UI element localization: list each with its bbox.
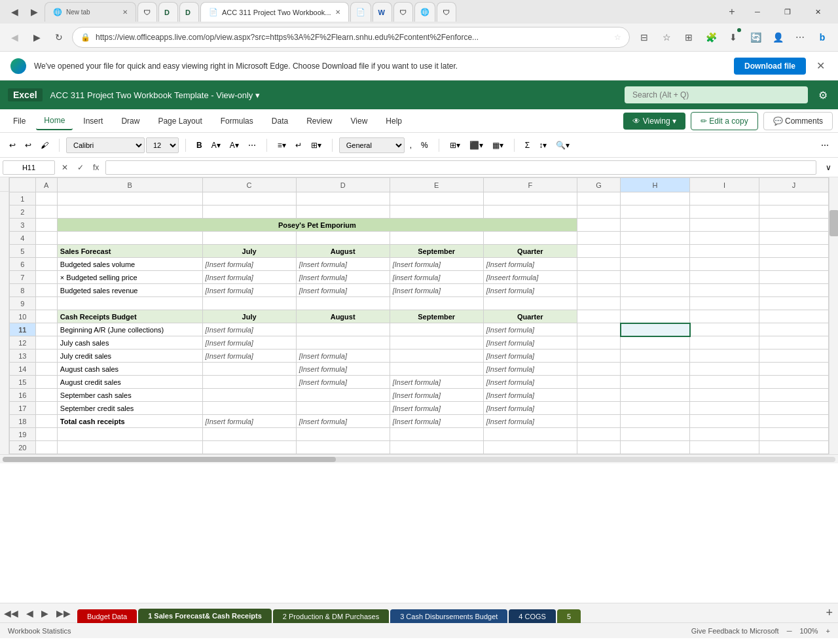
more-btn[interactable]: ⋯ — [790, 27, 811, 48]
row-12[interactable]: 12 — [10, 336, 36, 349]
col-header-i[interactable]: I — [690, 178, 759, 192]
cond-format-btn[interactable]: ⬛▾ — [465, 137, 487, 153]
cell-a11[interactable] — [35, 323, 57, 336]
cell-c20[interactable] — [202, 441, 296, 454]
cell-a2[interactable] — [35, 206, 57, 219]
cell-b11[interactable]: Beginning A/R (June collections) — [57, 323, 202, 336]
cell-g13[interactable] — [577, 349, 620, 363]
cell-a13[interactable] — [35, 349, 57, 363]
cell-d11[interactable] — [296, 323, 390, 336]
cell-h16[interactable] — [621, 389, 690, 402]
cell-d13[interactable]: [Insert formula] — [296, 349, 390, 363]
address-bar[interactable]: 🔒 https://view.officeapps.live.com/op/vi… — [72, 27, 630, 48]
cell-e16[interactable]: [Insert formula] — [390, 389, 483, 402]
cell-e7[interactable]: [insert formula] — [390, 271, 483, 284]
cell-a4[interactable] — [35, 232, 57, 245]
row-2[interactable]: 2 — [10, 206, 36, 219]
cell-c1[interactable] — [202, 192, 296, 206]
browser-tab-6[interactable]: W — [373, 2, 392, 22]
sheet-tab-budget-data[interactable]: Budget Data — [77, 609, 137, 623]
cell-i6[interactable] — [690, 258, 759, 271]
cell-h4[interactable] — [621, 232, 690, 245]
cell-d8[interactable]: [Insert formula] — [296, 284, 390, 297]
paint-btn[interactable]: 🖌 — [37, 137, 52, 153]
cell-g11[interactable] — [577, 323, 620, 336]
cell-e11[interactable] — [390, 323, 483, 336]
cell-b10[interactable]: Cash Receipts Budget — [57, 310, 202, 323]
forward-nav-btn[interactable]: ▶ — [27, 28, 46, 46]
horizontal-scrollbar[interactable] — [0, 454, 838, 463]
cell-f9[interactable] — [483, 297, 577, 310]
comma-btn[interactable]: , — [406, 137, 416, 153]
active-tab-close[interactable]: ✕ — [335, 9, 340, 16]
cell-i3[interactable] — [690, 219, 759, 232]
cell-j5[interactable] — [759, 245, 828, 258]
cell-c6[interactable]: [Insert formula] — [202, 258, 296, 271]
download-file-btn[interactable]: Download file — [734, 58, 806, 75]
number-format-select[interactable]: General — [339, 137, 405, 153]
tab-scroll-left-btn[interactable]: ◀◀ — [0, 608, 22, 618]
font-size-select[interactable]: 12 — [146, 137, 179, 153]
cell-d16[interactable] — [296, 389, 390, 402]
row-11[interactable]: 11 — [10, 323, 36, 336]
cancel-formula-btn[interactable]: ✕ — [58, 162, 72, 173]
more-format-btn[interactable]: ⋯ — [244, 137, 260, 153]
percent-btn[interactable]: % — [417, 137, 432, 153]
download-icon-btn[interactable]: ⬇ — [723, 27, 744, 48]
table-btn[interactable]: ⊞▾ — [446, 137, 464, 153]
cell-c16[interactable] — [202, 389, 296, 402]
cell-f7[interactable]: [Inseert formula] — [483, 271, 577, 284]
row-10[interactable]: 10 — [10, 310, 36, 323]
cell-i9[interactable] — [690, 297, 759, 310]
cell-d19[interactable] — [296, 428, 390, 441]
row-18[interactable]: 18 — [10, 415, 36, 428]
cell-f10[interactable]: Quarter — [483, 310, 577, 323]
zoom-plus[interactable]: + — [826, 627, 830, 635]
cell-j19[interactable] — [759, 428, 828, 441]
cell-e15[interactable]: [Insert formula] — [390, 376, 483, 389]
star-icon[interactable]: ☆ — [614, 33, 621, 42]
cell-c9[interactable] — [202, 297, 296, 310]
align-btn[interactable]: ≡▾ — [274, 137, 290, 153]
cell-f20[interactable] — [483, 441, 577, 454]
cell-j7[interactable] — [759, 271, 828, 284]
browser-tab-4[interactable]: D — [179, 2, 199, 22]
cell-c2[interactable] — [202, 206, 296, 219]
cell-a12[interactable] — [35, 336, 57, 349]
menu-help[interactable]: Help — [378, 113, 410, 130]
cell-j16[interactable] — [759, 389, 828, 402]
cell-e9[interactable] — [390, 297, 483, 310]
cell-g18[interactable] — [577, 415, 620, 428]
cell-c7[interactable]: [Insert formula] — [202, 271, 296, 284]
sum-btn[interactable]: Σ — [521, 137, 534, 153]
cell-h18[interactable] — [621, 415, 690, 428]
menu-view[interactable]: View — [343, 113, 376, 130]
cell-j2[interactable] — [759, 206, 828, 219]
cell-i5[interactable] — [690, 245, 759, 258]
menu-review[interactable]: Review — [299, 113, 340, 130]
menu-draw[interactable]: Draw — [113, 113, 147, 130]
cell-f15[interactable]: [Insert formula] — [483, 376, 577, 389]
cell-d20[interactable] — [296, 441, 390, 454]
cell-i7[interactable] — [690, 271, 759, 284]
cell-d1[interactable] — [296, 192, 390, 206]
cell-e4[interactable] — [390, 232, 483, 245]
cell-c8[interactable]: [Insert formula] — [202, 284, 296, 297]
cell-g5[interactable] — [577, 245, 620, 258]
cell-c19[interactable] — [202, 428, 296, 441]
menu-data[interactable]: Data — [264, 113, 296, 130]
cell-e10[interactable]: September — [390, 310, 483, 323]
merge-btn[interactable]: ⊞▾ — [307, 137, 325, 153]
close-btn[interactable]: ✕ — [803, 1, 833, 22]
cell-e20[interactable] — [390, 441, 483, 454]
cell-g4[interactable] — [577, 232, 620, 245]
sheet-tab-cash-disbursements[interactable]: 3 Cash Disbursements Budget — [390, 609, 507, 623]
close-info-btn[interactable]: ✕ — [814, 57, 828, 75]
cell-g3[interactable] — [577, 219, 620, 232]
cell-j10[interactable] — [759, 310, 828, 323]
cell-f5[interactable]: Quarter — [483, 245, 577, 258]
comments-btn[interactable]: 💬 Comments — [763, 112, 833, 130]
row-1[interactable]: 1 — [10, 192, 36, 206]
cell-h8[interactable] — [621, 284, 690, 297]
sheet-tab-cogs[interactable]: 4 COGS — [509, 609, 556, 623]
